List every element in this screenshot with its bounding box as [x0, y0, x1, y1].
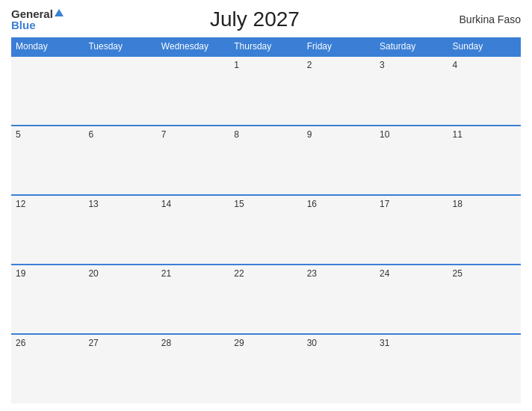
calendar-week-row: 1234 — [11, 56, 521, 126]
calendar-day-header: Friday — [303, 37, 375, 56]
calendar-day-header: Tuesday — [84, 37, 156, 56]
day-number: 2 — [307, 60, 312, 70]
calendar-day-cell: 4 — [448, 56, 521, 126]
logo-general-text: General — [11, 8, 53, 19]
day-number: 10 — [380, 129, 389, 140]
calendar-day-header: Thursday — [229, 37, 302, 56]
calendar-day-cell: 27 — [84, 334, 156, 404]
calendar-day-cell: 28 — [157, 334, 229, 404]
day-number: 6 — [88, 129, 93, 140]
day-number: 9 — [307, 129, 312, 140]
calendar-day-cell: 3 — [375, 56, 448, 126]
day-number: 23 — [307, 268, 317, 279]
day-number: 16 — [307, 199, 317, 209]
day-number: 18 — [453, 199, 463, 209]
calendar-day-cell: 8 — [229, 126, 302, 195]
calendar-day-cell: 15 — [229, 195, 302, 265]
calendar-table: MondayTuesdayWednesdayThursdayFridaySatu… — [11, 37, 521, 404]
day-number: 8 — [234, 129, 239, 140]
day-number: 14 — [161, 199, 171, 209]
day-number: 4 — [453, 60, 458, 70]
calendar-day-cell — [11, 56, 84, 126]
calendar-day-cell: 14 — [157, 195, 229, 265]
day-number: 27 — [88, 338, 98, 348]
day-number: 3 — [380, 60, 385, 70]
calendar-day-cell: 13 — [84, 195, 156, 265]
calendar-day-header: Wednesday — [157, 37, 229, 56]
calendar-week-row: 567891011 — [11, 126, 521, 195]
calendar-day-header: Monday — [11, 37, 84, 56]
calendar-day-cell: 11 — [448, 126, 521, 195]
calendar-day-cell: 29 — [229, 334, 302, 404]
country-label: Burkina Faso — [446, 13, 521, 25]
calendar-day-cell: 7 — [157, 126, 229, 195]
day-number: 15 — [234, 199, 244, 209]
calendar-week-row: 12131415161718 — [11, 195, 521, 265]
calendar-day-cell: 31 — [375, 334, 448, 404]
calendar-day-cell: 21 — [157, 265, 229, 334]
logo-triangle-icon — [55, 9, 64, 16]
day-number: 21 — [161, 268, 171, 279]
calendar-day-cell: 2 — [303, 56, 375, 126]
day-number: 22 — [234, 268, 244, 279]
calendar-day-cell: 18 — [448, 195, 521, 265]
calendar-day-cell: 25 — [448, 265, 521, 334]
logo-blue-text: Blue — [11, 19, 36, 31]
day-number: 11 — [453, 129, 463, 140]
day-number: 5 — [16, 129, 21, 140]
calendar-day-cell: 17 — [375, 195, 448, 265]
day-number: 24 — [380, 268, 389, 279]
calendar-day-cell: 20 — [84, 265, 156, 334]
calendar-day-cell: 16 — [303, 195, 375, 265]
day-number: 25 — [453, 268, 463, 279]
calendar-day-header: Sunday — [448, 37, 521, 56]
day-number: 26 — [16, 338, 25, 348]
calendar-day-cell: 12 — [11, 195, 84, 265]
calendar-day-cell: 26 — [11, 334, 84, 404]
calendar-day-cell — [448, 334, 521, 404]
day-number: 12 — [16, 199, 25, 209]
day-number: 1 — [234, 60, 239, 70]
calendar-day-cell: 30 — [303, 334, 375, 404]
logo: General Blue — [11, 8, 64, 31]
day-number: 13 — [88, 199, 98, 209]
calendar-day-cell — [157, 56, 229, 126]
day-number: 31 — [380, 338, 389, 348]
day-number: 30 — [307, 338, 317, 348]
page-header: General Blue July 2027 Burkina Faso — [11, 7, 521, 31]
calendar-title: July 2027 — [64, 7, 446, 31]
calendar-week-row: 262728293031 — [11, 334, 521, 404]
day-number: 19 — [16, 268, 25, 279]
calendar-day-cell: 5 — [11, 126, 84, 195]
day-number: 28 — [161, 338, 171, 348]
day-number: 7 — [161, 129, 167, 140]
calendar-day-cell: 10 — [375, 126, 448, 195]
calendar-day-cell: 23 — [303, 265, 375, 334]
calendar-day-cell: 19 — [11, 265, 84, 334]
calendar-day-cell — [84, 56, 156, 126]
calendar-day-cell: 6 — [84, 126, 156, 195]
day-number: 17 — [380, 199, 389, 209]
day-number: 20 — [88, 268, 98, 279]
calendar-day-cell: 22 — [229, 265, 302, 334]
calendar-header-row: MondayTuesdayWednesdayThursdayFridaySatu… — [11, 37, 521, 56]
calendar-day-header: Saturday — [375, 37, 448, 56]
calendar-day-cell: 24 — [375, 265, 448, 334]
day-number: 29 — [234, 338, 244, 348]
calendar-week-row: 19202122232425 — [11, 265, 521, 334]
calendar-day-cell: 1 — [229, 56, 302, 126]
calendar-day-cell: 9 — [303, 126, 375, 195]
